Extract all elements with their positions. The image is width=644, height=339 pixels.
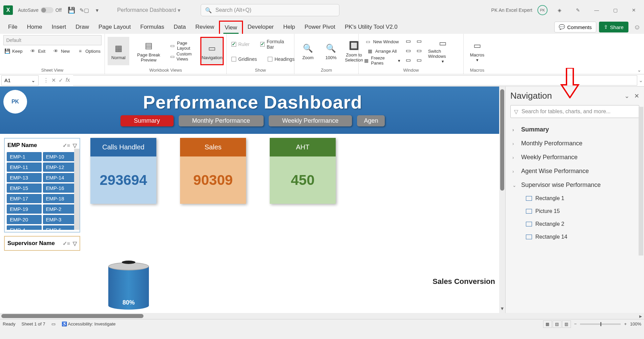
- zoom-button[interactable]: 🔍Zoom: [297, 37, 319, 65]
- autosave-toggle[interactable]: AutoSave Off: [18, 7, 62, 13]
- nav-close-icon[interactable]: ✕: [634, 92, 639, 100]
- zoom-slider[interactable]: [580, 323, 621, 325]
- formula-input[interactable]: [73, 75, 637, 86]
- horizontal-scrollbar[interactable]: ▸: [0, 313, 644, 319]
- tab-review[interactable]: Review: [191, 21, 219, 33]
- comments-button[interactable]: 💬 Comments: [554, 22, 596, 32]
- slicer-item[interactable]: EMP-17: [7, 194, 42, 203]
- new-button[interactable]: 👁New: [51, 47, 72, 55]
- tab-help[interactable]: Help: [279, 21, 300, 33]
- dash-tab-monthly[interactable]: Monthly Performance: [179, 115, 264, 126]
- nav-tree-sub-item[interactable]: Rectangle 1: [524, 192, 639, 205]
- exit-button[interactable]: 👁Exit: [28, 47, 47, 55]
- slicer-item[interactable]: EMP-18: [43, 194, 78, 203]
- multi-select-icon[interactable]: ✓≡: [63, 142, 70, 149]
- ribbon-collapse-icon[interactable]: ⌄: [637, 67, 641, 73]
- slicer-item[interactable]: EMP-5: [43, 225, 78, 230]
- tab-utility[interactable]: PK's Utility Tool V2.0: [340, 21, 402, 33]
- minimize-button[interactable]: —: [590, 5, 603, 15]
- navigation-button[interactable]: ▭Navigation: [200, 37, 224, 65]
- tab-power-pivot[interactable]: Power Pivot: [300, 21, 340, 33]
- qat-button[interactable]: ✎▢: [80, 5, 89, 15]
- slicer-item[interactable]: EMP-3: [43, 215, 78, 224]
- options-button[interactable]: ≡Options: [75, 47, 103, 55]
- tab-draw[interactable]: Draw: [71, 21, 94, 33]
- zoom-level[interactable]: 100%: [630, 321, 641, 326]
- name-box[interactable]: A1⌄: [1, 75, 39, 86]
- normal-view-icon[interactable]: ▦: [543, 320, 552, 328]
- tab-file[interactable]: File: [3, 21, 22, 33]
- dash-tab-agent[interactable]: Agen: [357, 115, 385, 126]
- formula-expand-icon[interactable]: ⌄: [637, 77, 644, 83]
- new-window-button[interactable]: ▭New Window: [361, 37, 402, 46]
- sheet-view-select[interactable]: [3, 35, 102, 45]
- freeze-panes-button[interactable]: ▦Freeze Panes ▾: [361, 56, 402, 65]
- slicer-supervisor[interactable]: Supervisor Name ✓≡▽: [4, 236, 80, 251]
- ruler-checkbox[interactable]: Ruler: [229, 38, 251, 51]
- document-name[interactable]: Performance Dashboard ▾: [117, 7, 180, 14]
- tab-data[interactable]: Data: [169, 21, 191, 33]
- dash-tab-weekly[interactable]: Weekly Performance: [269, 115, 352, 126]
- dots-icon[interactable]: ⋮: [43, 77, 49, 83]
- feedback-icon[interactable]: ☺: [634, 23, 641, 31]
- nav-dropdown-icon[interactable]: ⌄: [624, 92, 629, 100]
- slicer-item[interactable]: EMP-10: [43, 152, 78, 161]
- status-accessibility[interactable]: ♿ Accessibility: Investigate: [62, 321, 116, 326]
- slicer-item[interactable]: EMP-19: [7, 204, 42, 214]
- page-layout-button[interactable]: ▭Page Layout: [168, 41, 199, 50]
- normal-button[interactable]: ▦Normal: [108, 37, 129, 65]
- zoom-out-icon[interactable]: −: [574, 321, 577, 326]
- formula-bar-checkbox[interactable]: Formula Bar: [258, 38, 291, 51]
- dash-tab-summary[interactable]: Summary: [120, 115, 174, 126]
- slicer-item[interactable]: EMP-15: [7, 184, 42, 193]
- clear-filter-icon[interactable]: ▽: [73, 240, 77, 247]
- custom-views-button[interactable]: ▭Custom Views: [168, 52, 199, 61]
- view-side-icon[interactable]: ▭: [417, 38, 424, 45]
- slicer-scrollbar[interactable]: [74, 149, 80, 230]
- slicer-item[interactable]: EMP-12: [43, 163, 78, 172]
- close-button[interactable]: ✕: [627, 5, 641, 15]
- nav-tree-item[interactable]: ›Weekly Performance: [510, 150, 639, 164]
- search-input[interactable]: 🔍 Search (Alt+Q): [201, 4, 339, 16]
- multi-select-icon[interactable]: ✓≡: [63, 240, 70, 247]
- tab-formulas[interactable]: Formulas: [135, 21, 169, 33]
- page-break-view-icon[interactable]: ▥: [562, 320, 571, 328]
- nav-search-input[interactable]: ▽ Search for tables, charts, and more...: [510, 105, 639, 118]
- nav-tree-item[interactable]: ›Agent Wise Performance: [510, 164, 639, 178]
- coming-soon-icon[interactable]: ◈: [553, 5, 566, 15]
- share-button[interactable]: ⇪ Share: [599, 22, 628, 32]
- split-icon[interactable]: ▭: [406, 38, 413, 45]
- slicer-item[interactable]: EMP-11: [7, 163, 42, 172]
- slicer-item[interactable]: EMP-16: [43, 184, 78, 193]
- nav-tree-item[interactable]: ⌄Supervisor wise Performance: [510, 178, 639, 192]
- tab-page-layout[interactable]: Page Layout: [94, 21, 135, 33]
- zoom-100-button[interactable]: 🔍100%: [320, 37, 342, 65]
- tab-insert[interactable]: Insert: [47, 21, 71, 33]
- nav-tree-sub-item[interactable]: Picture 15: [524, 205, 639, 218]
- qat-dropdown-icon[interactable]: ▾: [92, 5, 102, 15]
- macros-button[interactable]: ▭Macros ▾: [466, 37, 488, 65]
- slicer-item[interactable]: EMP-20: [7, 215, 42, 224]
- pen-icon[interactable]: ✎: [571, 5, 585, 15]
- tab-view[interactable]: View: [219, 21, 243, 34]
- slicer-item[interactable]: EMP-13: [7, 173, 42, 182]
- worksheet[interactable]: PK Performance Dashboard Summary Monthly…: [0, 87, 505, 313]
- status-record-icon[interactable]: ▭: [51, 321, 55, 326]
- user-avatar[interactable]: PK: [537, 5, 548, 15]
- enter-icon[interactable]: ✓: [59, 77, 63, 83]
- zoom-in-icon[interactable]: +: [624, 321, 627, 326]
- nav-tree-item[interactable]: ›Monthly Peroformance: [510, 137, 639, 150]
- nav-tree-sub-item[interactable]: Rectangle 2: [524, 218, 639, 231]
- keep-button[interactable]: 💾Keep: [2, 47, 24, 55]
- tab-developer[interactable]: Developer: [243, 21, 279, 33]
- slicer-item[interactable]: EMP-14: [43, 173, 78, 182]
- headings-checkbox[interactable]: Headings: [266, 55, 296, 63]
- nav-tree-item[interactable]: ›Summary: [510, 123, 639, 137]
- nav-tree-sub-item[interactable]: Rectangle 14: [524, 231, 639, 243]
- toggle-switch[interactable]: [41, 7, 53, 13]
- maximize-button[interactable]: ▢: [608, 5, 622, 15]
- switch-windows-button[interactable]: ▭Switch Windows ▾: [425, 37, 461, 65]
- page-layout-view-icon[interactable]: ▤: [553, 320, 561, 328]
- vertical-scrollbar[interactable]: ▾: [499, 87, 505, 313]
- save-icon[interactable]: 💾: [67, 5, 76, 15]
